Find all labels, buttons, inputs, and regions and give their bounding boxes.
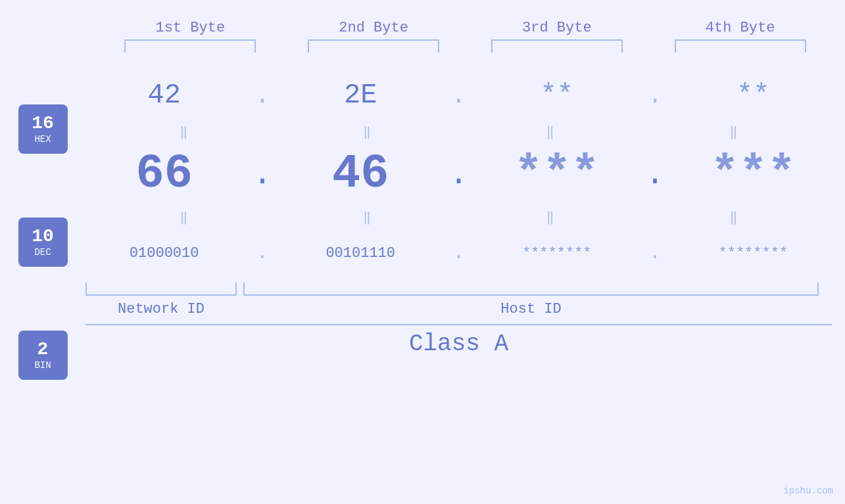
dec-dot2: . [445, 156, 471, 193]
eq1: ‖ [111, 124, 256, 140]
bin-dot1: . [249, 242, 276, 264]
base-labels: 16 HEX 10 DEC 2 BIN [0, 59, 85, 504]
bin-b2: 00101110 [301, 245, 420, 262]
dec-b2: 46 [301, 147, 420, 201]
hex-badge: 16 HEX [18, 104, 68, 154]
byte1-header: 1st Byte [118, 20, 262, 36]
hex-b2: 2E [301, 80, 420, 111]
hex-num: 16 [32, 114, 54, 134]
main-container: 1st Byte 2nd Byte 3rd Byte 4th Byte 16 H… [0, 0, 845, 504]
hex-b3: ** [498, 80, 616, 111]
eq2: ‖ [295, 124, 439, 140]
dec-row: 66 . 46 . *** . *** [85, 141, 832, 207]
eq7: ‖ [478, 209, 623, 225]
id-labels: Network ID Host ID [85, 301, 819, 317]
dec-label: DEC [34, 247, 51, 258]
bottom-brackets [85, 283, 819, 296]
net-bracket [85, 283, 237, 296]
eq8: ‖ [662, 209, 806, 225]
bracket-2 [308, 39, 439, 53]
eq6: ‖ [295, 209, 439, 225]
host-id-label: Host ID [243, 301, 819, 317]
watermark: ipshu.com [783, 486, 833, 496]
bracket-4 [675, 39, 806, 53]
bin-label: BIN [34, 360, 51, 371]
bracket-1 [124, 39, 256, 53]
byte3-header: 3rd Byte [485, 20, 629, 36]
class-label: Class A [85, 331, 832, 357]
hex-dot2: . [445, 81, 471, 110]
bin-row: 01000010 . 00101110 . ******** . *******… [85, 227, 832, 279]
bin-num: 2 [37, 340, 49, 360]
eq-divider-1: ‖ ‖ ‖ ‖ [85, 122, 832, 141]
hex-label: HEX [34, 134, 51, 145]
dec-b3: *** [498, 147, 616, 201]
hex-b1: 42 [105, 80, 224, 111]
bin-dot2: . [445, 242, 471, 264]
host-bracket [243, 283, 819, 296]
bin-b3: ******** [498, 245, 616, 262]
bracket-3 [491, 39, 623, 53]
dec-badge: 10 DEC [18, 218, 68, 267]
byte4-header: 4th Byte [668, 20, 813, 36]
hex-b4: ** [694, 80, 812, 111]
dec-b1: 66 [105, 147, 224, 201]
bin-b4: ******** [694, 245, 812, 262]
eq5: ‖ [111, 209, 256, 225]
class-bracket-line [85, 324, 832, 325]
eq-divider-2: ‖ ‖ ‖ ‖ [85, 207, 832, 227]
dec-b4: *** [694, 147, 812, 201]
dec-dot1: . [249, 156, 276, 193]
bottom-section: Network ID Host ID [85, 283, 832, 317]
top-brackets [0, 39, 845, 53]
eq4: ‖ [662, 124, 806, 140]
dec-dot3: . [642, 156, 668, 193]
bin-dot3: . [642, 242, 668, 264]
class-row: Class A [85, 324, 832, 357]
dec-num: 10 [32, 227, 54, 247]
content-area: 16 HEX 10 DEC 2 BIN 42 . 2E . ** . ** [0, 59, 845, 504]
hex-dot3: . [642, 81, 668, 110]
eq3: ‖ [478, 124, 623, 140]
network-id-label: Network ID [85, 301, 237, 317]
bin-b1: 01000010 [105, 245, 224, 262]
data-rows: 42 . 2E . ** . ** ‖ ‖ ‖ ‖ 66 . 46 . [85, 59, 845, 504]
hex-row: 42 . 2E . ** . ** [85, 69, 832, 122]
bin-badge: 2 BIN [18, 331, 68, 380]
hex-dot1: . [249, 81, 276, 110]
byte2-header: 2nd Byte [301, 20, 446, 36]
byte-headers: 1st Byte 2nd Byte 3rd Byte 4th Byte [0, 20, 845, 36]
